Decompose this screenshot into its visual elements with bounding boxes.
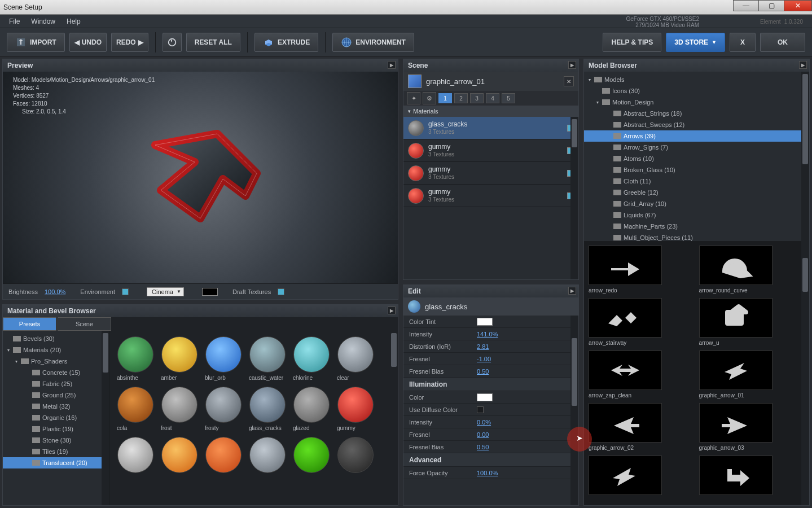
panel-collapse-icon[interactable]: ▶ [388,61,396,69]
scrollbar[interactable] [102,331,109,505]
model-cell[interactable]: arrow_redo [589,246,695,294]
model-cell[interactable]: arrow_stairway [589,298,695,346]
remove-object-button[interactable]: ✕ [564,76,574,86]
model-cell[interactable]: graphic_arrow_01 [699,351,805,398]
property-value[interactable]: 0.50 [477,368,489,375]
tree-item[interactable]: Tiles (19) [3,446,109,457]
materials-section-header[interactable]: Materials [403,106,578,117]
preview-mode-dropdown[interactable]: Cinema [147,287,184,296]
tree-item[interactable]: ▾Pro_Shaders [3,356,109,367]
menu-help[interactable]: Help [67,17,81,25]
model-cell[interactable]: graphic_arrow_02 [589,403,695,451]
material-preset-cell[interactable] [248,437,287,475]
scene-group-tab-2[interactable]: 2 [454,93,468,103]
material-preset-cell[interactable]: glazed [292,387,331,431]
environment-checkbox[interactable] [122,288,129,295]
material-preset-cell[interactable]: glass_cracks [248,387,287,431]
material-preset-cell[interactable]: frost [160,387,199,431]
material-preset-cell[interactable] [116,437,155,475]
tree-item[interactable]: Stone (30) [3,435,109,446]
checkbox[interactable] [477,406,484,413]
window-close-button[interactable]: ✕ [784,0,812,11]
tree-item[interactable]: Ground (25) [3,389,109,401]
property-value[interactable]: 141.0% [477,331,498,338]
panel-collapse-icon[interactable]: ▶ [388,306,396,314]
import-button[interactable]: IMPORT [7,33,65,52]
tree-item[interactable]: Translucent (20) [3,457,109,468]
tab-presets[interactable]: Presets [3,317,56,331]
model-cell[interactable]: arrow_round_curve [699,246,805,294]
model-cell[interactable]: arrow_zap_clean [589,351,695,398]
tree-item[interactable]: Concrete (15) [3,367,109,378]
reset-all-button[interactable]: RESET ALL [186,33,240,52]
tree-item[interactable]: Multi_Object_Pieces (11) [584,232,809,241]
property-value[interactable]: 100.0% [477,470,498,476]
scene-group-tab-5[interactable]: 5 [502,93,515,103]
material-preset-cell[interactable]: absinthe [116,336,155,381]
material-preset-cell[interactable]: cola [116,387,155,431]
tree-item[interactable]: Abstract_Strings (18) [584,108,809,119]
model-cell[interactable]: graphic_arrow_03 [699,403,805,451]
tree-item[interactable]: Broken_Glass (10) [584,164,809,176]
property-value[interactable]: 0.0% [477,419,491,426]
extrude-button[interactable]: EXTRUDE [254,33,318,52]
tree-item[interactable]: Plastic (19) [3,423,109,435]
material-preset-cell[interactable]: amber [160,336,199,381]
scrollbar[interactable] [570,117,578,279]
ok-button[interactable]: OK [760,33,805,52]
property-value[interactable]: -1.00 [477,356,491,362]
panel-collapse-icon[interactable]: ▶ [799,61,807,69]
gear-icon[interactable]: ⚙ [423,92,436,104]
color-swatch[interactable] [477,393,493,401]
tree-item[interactable]: Atoms (10) [584,153,809,164]
property-value[interactable]: 0.00 [477,431,489,438]
material-preset-cell[interactable] [204,437,243,475]
color-swatch[interactable] [477,318,493,326]
3d-store-button[interactable]: 3D STORE ▼ [666,33,725,52]
material-preset-cell[interactable]: caustic_water [248,336,287,381]
material-item[interactable]: gummy3 Textures [403,185,578,207]
x-button[interactable]: X [730,33,756,52]
tree-item[interactable]: Grid_Array (10) [584,198,809,209]
tree-item[interactable]: ▾Motion_Design [584,97,809,108]
tree-item[interactable]: Fabric (25) [3,378,109,389]
material-item[interactable]: gummy3 Textures [403,162,578,185]
help-tips-button[interactable]: HELP & TIPS [603,33,661,52]
property-value[interactable]: 2.81 [477,343,489,350]
scrollbar[interactable] [390,331,398,505]
tree-item[interactable]: Abstract_Sweeps (12) [584,119,809,130]
anchor-icon[interactable]: ✦ [407,92,420,104]
window-maximize-button[interactable]: ▢ [758,0,784,11]
scrollbar[interactable] [801,241,809,505]
tree-item[interactable]: Greeble (12) [584,187,809,198]
material-preset-cell[interactable]: gummy [336,387,375,431]
tree-item[interactable]: ▾Models [584,74,809,85]
scene-group-tab-3[interactable]: 3 [470,93,484,103]
window-minimize-button[interactable]: — [733,0,759,11]
material-preset-cell[interactable]: blur_orb [204,336,243,381]
reset-icon-button[interactable] [163,33,182,52]
scene-group-tab-4[interactable]: 4 [486,93,499,103]
tree-item[interactable]: Liquids (67) [584,209,809,221]
scrollbar[interactable] [801,72,809,241]
undo-button[interactable]: ◀ UNDO [69,33,107,52]
model-cell[interactable]: arrow_u [699,298,805,346]
tree-item[interactable]: Machine_Parts (23) [584,221,809,232]
menu-file[interactable]: File [9,17,20,25]
material-preset-cell[interactable]: chlorine [292,336,331,381]
bg-color-swatch[interactable] [202,288,218,296]
tree-item[interactable]: Arrow_Signs (7) [584,142,809,153]
tree-item[interactable]: Arrows (39) [584,130,809,142]
environment-button[interactable]: ENVIRONMENT [332,33,414,52]
model-cell[interactable] [589,456,695,497]
draft-textures-checkbox[interactable] [278,288,284,295]
tree-item[interactable]: Metal (32) [3,401,109,412]
redo-button[interactable]: REDO ▶ [111,33,148,52]
tree-item[interactable]: ▾Materials (20) [3,344,109,356]
brightness-value[interactable]: 100.0% [45,288,65,295]
tree-item[interactable]: Icons (30) [584,85,809,97]
property-value[interactable]: 0.50 [477,444,489,450]
material-preset-cell[interactable] [336,437,375,475]
model-cell[interactable] [699,456,805,497]
tree-item[interactable]: Bevels (30) [3,333,109,344]
